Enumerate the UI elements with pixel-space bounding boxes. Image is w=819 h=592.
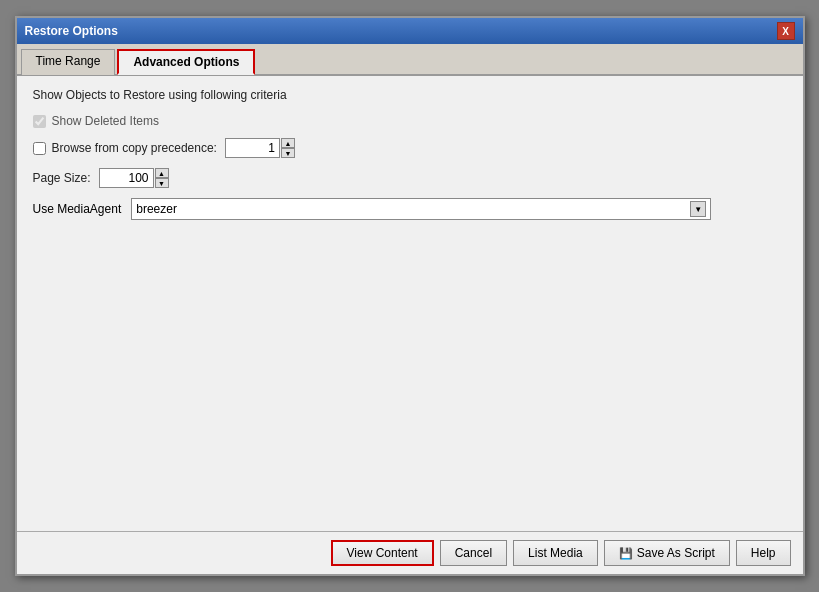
browse-from-copy-label: Browse from copy precedence: [52,141,217,155]
tab-content: Show Objects to Restore using following … [17,76,803,531]
browse-copy-spin-buttons: ▲ ▼ [281,138,295,158]
page-size-label: Page Size: [33,171,91,185]
page-size-spin-buttons: ▲ ▼ [155,168,169,188]
view-content-button[interactable]: View Content [331,540,434,566]
show-deleted-items-checkbox[interactable] [33,115,46,128]
browse-from-copy-group: Browse from copy precedence: 1 ▲ ▼ [33,138,787,158]
page-size-spin-down[interactable]: ▼ [155,178,169,188]
page-size-spinbox: 100 ▲ ▼ [99,168,169,188]
footer: View Content Cancel List Media 💾 Save As… [17,531,803,574]
media-agent-dropdown[interactable]: breezer ▼ [131,198,711,220]
browse-from-copy-checkbox[interactable] [33,142,46,155]
dropdown-arrow-icon: ▼ [690,201,706,217]
titlebar: Restore Options X [17,18,803,44]
tab-advanced-options[interactable]: Advanced Options [117,49,255,75]
page-size-spin-up[interactable]: ▲ [155,168,169,178]
section-title: Show Objects to Restore using following … [33,88,787,102]
restore-options-dialog: Restore Options X Time Range Advanced Op… [15,16,805,576]
use-media-agent-group: Use MediaAgent breezer ▼ [33,198,787,220]
save-as-script-button[interactable]: 💾 Save As Script [604,540,730,566]
page-size-group: Page Size: 100 ▲ ▼ [33,168,787,188]
dialog-title: Restore Options [25,24,118,38]
show-deleted-items-label: Show Deleted Items [52,114,159,128]
use-media-agent-label: Use MediaAgent [33,202,122,216]
show-deleted-items-group: Show Deleted Items [33,114,787,128]
browse-copy-spin-up[interactable]: ▲ [281,138,295,148]
save-script-icon: 💾 [619,547,633,560]
close-button[interactable]: X [777,22,795,40]
media-agent-value: breezer [136,202,177,216]
tab-bar: Time Range Advanced Options [17,44,803,76]
browse-copy-spin-down[interactable]: ▼ [281,148,295,158]
tab-time-range[interactable]: Time Range [21,49,116,75]
browse-copy-spinbox: 1 ▲ ▼ [225,138,295,158]
browse-copy-input[interactable]: 1 [225,138,280,158]
help-button[interactable]: Help [736,540,791,566]
page-size-input[interactable]: 100 [99,168,154,188]
list-media-button[interactable]: List Media [513,540,598,566]
cancel-button[interactable]: Cancel [440,540,507,566]
